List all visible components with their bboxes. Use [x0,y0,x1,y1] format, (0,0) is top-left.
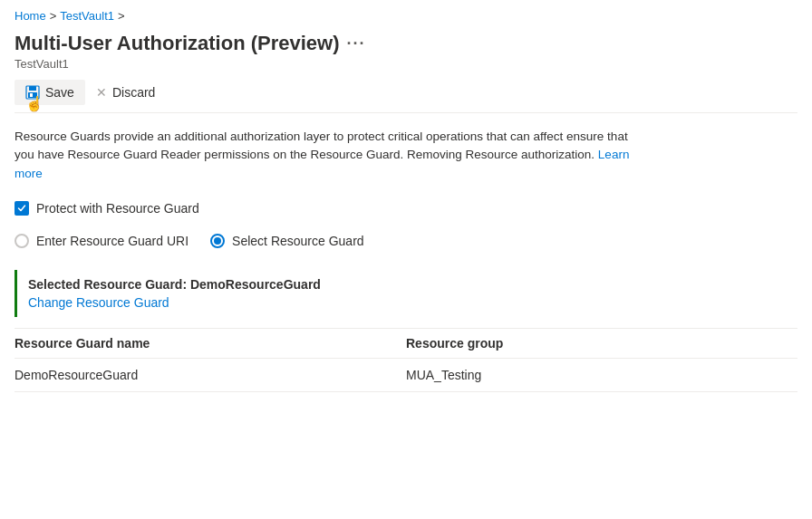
protect-checkbox-row: Protect with Resource Guard [0,194,812,230]
radio-label-select: Select Resource Guard [232,234,364,248]
discard-icon: ✕ [96,85,107,100]
breadcrumb: Home > TestVault1 > [0,0,812,28]
protect-checkbox-label: Protect with Resource Guard [36,201,199,216]
cell-guard-name: DemoResourceGuard [14,358,406,391]
description-text: Resource Guards provide an additional au… [0,113,652,194]
resource-guard-table-section: Resource Guard name Resource group DemoR… [14,328,798,392]
radio-enter-uri[interactable]: Enter Resource Guard URI [14,234,188,248]
radio-options-row: Enter Resource Guard URI Select Resource… [0,230,812,263]
checkmark-icon [17,204,26,213]
protect-checkbox[interactable] [14,201,29,216]
cell-resource-group: MUA_Testing [406,358,798,391]
radio-label-uri: Enter Resource Guard URI [36,234,188,248]
change-resource-guard-link[interactable]: Change Resource Guard [28,295,169,310]
svg-rect-3 [30,93,33,97]
col-header-rg: Resource group [406,329,798,359]
breadcrumb-separator-2: > [118,9,125,23]
resource-guard-table: Resource Guard name Resource group DemoR… [14,329,798,392]
vault-name: TestVault1 [14,57,798,71]
selected-guard-title: Selected Resource Guard: DemoResourceGua… [28,277,787,292]
table-row: DemoResourceGuard MUA_Testing [14,358,798,391]
radio-circle-select [210,234,225,248]
table-header-row: Resource Guard name Resource group [14,329,798,359]
breadcrumb-home[interactable]: Home [14,9,46,23]
svg-rect-1 [29,86,36,91]
col-header-name: Resource Guard name [14,329,406,359]
discard-label: Discard [112,85,155,100]
radio-select-guard[interactable]: Select Resource Guard [210,234,364,248]
description-content: Resource Guards provide an additional au… [14,130,628,161]
selected-guard-box: Selected Resource Guard: DemoResourceGua… [14,270,798,317]
page-header: Multi-User Authorization (Preview) ··· T… [0,28,812,71]
breadcrumb-vault[interactable]: TestVault1 [60,9,114,23]
save-icon [25,85,40,100]
discard-button[interactable]: ✕ Discard [85,80,166,105]
more-options-button[interactable]: ··· [347,34,366,53]
toolbar: Save ☝ ✕ Discard [0,71,812,112]
save-label: Save [45,85,74,100]
page-title: Multi-User Authorization (Preview) [14,32,340,55]
breadcrumb-separator-1: > [50,9,57,23]
radio-circle-uri [14,234,29,248]
page-title-row: Multi-User Authorization (Preview) ··· [14,32,798,55]
save-button[interactable]: Save ☝ [14,80,85,105]
